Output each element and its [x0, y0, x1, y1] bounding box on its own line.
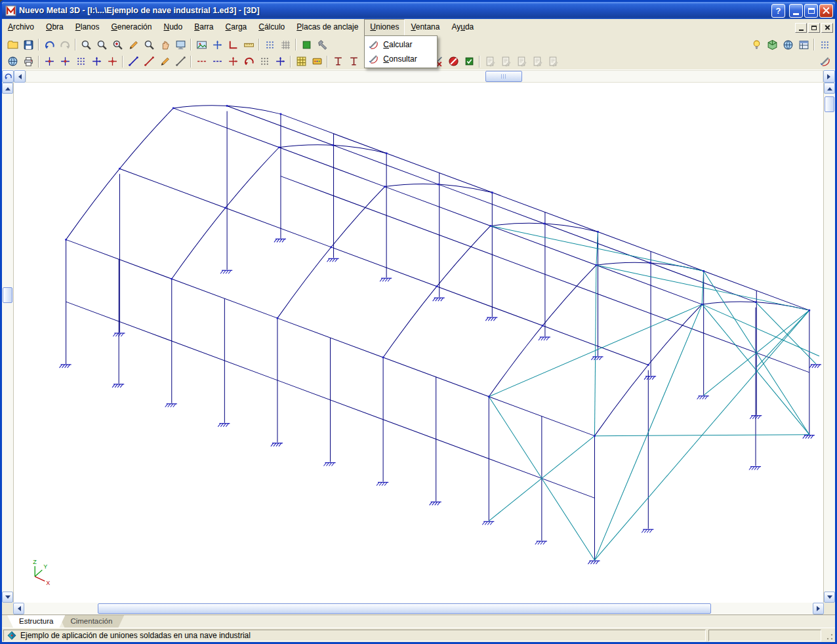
menu-uniones[interactable]: UnionesCalcularConsultar — [364, 19, 405, 36]
rotate-right-button[interactable] — [823, 70, 835, 83]
rotate-left-button[interactable] — [14, 70, 26, 83]
view-3d-button[interactable] — [764, 37, 780, 52]
menu-archivo[interactable]: Archivo — [2, 19, 40, 36]
tab-estructura[interactable]: Estructura — [7, 615, 65, 628]
measure-button[interactable] — [241, 37, 256, 52]
union-generate-button[interactable] — [817, 54, 832, 69]
bar-arc-button[interactable] — [241, 54, 256, 69]
rotate-up-left-button[interactable] — [2, 83, 13, 94]
buckling-button[interactable] — [330, 54, 346, 69]
title-bar: Nuevo Metal 3D - [I:\...\Ejemplo de nave… — [2, 2, 835, 19]
minimize-button[interactable] — [789, 4, 803, 18]
mdi-restore-button[interactable] — [808, 23, 820, 33]
print-button[interactable] — [20, 54, 36, 69]
save-button[interactable] — [20, 37, 36, 52]
tools-button[interactable] — [314, 37, 330, 52]
pan-button[interactable] — [157, 37, 173, 52]
zoom-extents-icon — [96, 39, 108, 50]
menu-generacion[interactable]: Generación — [105, 19, 157, 36]
pallet-button[interactable] — [309, 54, 325, 69]
measure-icon — [243, 39, 255, 50]
rotate-up-right-button[interactable] — [824, 83, 835, 94]
window-panel-button[interactable] — [796, 37, 811, 52]
bar-new-button[interactable] — [125, 54, 141, 69]
zoom-search-button[interactable] — [78, 37, 94, 52]
zoom-window-button[interactable] — [110, 37, 125, 52]
layer-visibility-button[interactable] — [298, 37, 314, 52]
mdi-minimize-button[interactable] — [795, 23, 807, 33]
light-render-button[interactable] — [748, 37, 764, 52]
menu-ventana[interactable]: Ventana — [405, 19, 445, 36]
rotation-track-bottom[interactable] — [24, 603, 813, 614]
menu-ayuda[interactable]: Ayuda — [445, 19, 480, 36]
results-button[interactable] — [461, 54, 477, 69]
close-button[interactable] — [819, 4, 833, 18]
menuitem-label: Calcular — [383, 40, 412, 49]
grid-button[interactable] — [277, 37, 293, 52]
rotate-down-left-button[interactable] — [2, 592, 13, 603]
shading-button[interactable] — [780, 37, 796, 52]
zoom-previous-button[interactable] — [141, 37, 157, 52]
undo-button[interactable] — [41, 37, 57, 52]
menu-nudo[interactable]: Nudo — [157, 19, 188, 36]
node-mesh-button[interactable] — [73, 54, 89, 69]
node-move-button[interactable] — [57, 54, 73, 69]
resize-grip[interactable] — [825, 633, 834, 641]
scroll-left-button[interactable] — [13, 603, 24, 614]
rotation-thumb-horizontal[interactable] — [485, 71, 522, 82]
rotation-track-right[interactable] — [824, 94, 835, 592]
image-export-button[interactable] — [194, 37, 209, 52]
menuitem-calcular[interactable]: Calcular — [366, 37, 436, 52]
rotation-track-left[interactable] — [2, 94, 13, 592]
ortho-mode-button[interactable] — [225, 37, 241, 52]
menu-calculo[interactable]: Cálculo — [253, 19, 291, 36]
maximize-button[interactable] — [804, 4, 818, 18]
help-button[interactable]: ? — [771, 4, 785, 18]
rotation-thumb-bottom[interactable] — [98, 603, 711, 614]
mdi-close-button[interactable] — [821, 23, 833, 33]
rotation-strip-left — [2, 83, 13, 603]
bar-dashed-button[interactable] — [256, 54, 272, 69]
bar-join-button[interactable] — [194, 54, 209, 69]
rotation-thumb-left[interactable] — [3, 287, 12, 303]
menuitem-consultar[interactable]: Consultar — [366, 52, 436, 66]
zoom-extents-button[interactable] — [94, 37, 110, 52]
mdi-window-controls — [794, 23, 833, 33]
buckling-group-button[interactable] — [346, 54, 361, 69]
union-generate-icon — [819, 56, 830, 67]
model-canvas[interactable]: ZYX — [13, 83, 824, 603]
rotation-thumb-right[interactable] — [825, 96, 834, 112]
abort-button[interactable] — [445, 54, 461, 69]
rotate-view-button[interactable] — [2, 70, 14, 83]
bar-material-button[interactable] — [173, 54, 188, 69]
bar-axes-button[interactable] — [225, 54, 241, 69]
scroll-right-button[interactable] — [813, 603, 824, 614]
node-new-button[interactable] — [41, 54, 57, 69]
open-button[interactable] — [5, 37, 20, 52]
move-label-button[interactable] — [209, 37, 225, 52]
dock-config-button[interactable] — [817, 37, 832, 52]
light-render-icon — [751, 39, 762, 50]
menu-barra[interactable]: Barra — [188, 19, 219, 36]
bar-cross-button[interactable] — [272, 54, 288, 69]
menu-carga[interactable]: Carga — [220, 19, 253, 36]
redraw-button[interactable] — [125, 37, 141, 52]
bar-describe-button[interactable] — [157, 54, 173, 69]
bar-delete-button[interactable] — [141, 54, 157, 69]
structure-wireframe[interactable]: ZYX — [14, 83, 823, 603]
menu-placas-de-anclaje[interactable]: Placas de anclaje — [291, 19, 364, 36]
menu-obra[interactable]: Obra — [40, 19, 70, 36]
rotation-track-horizontal[interactable] — [26, 70, 823, 83]
generation-grid-icon — [296, 56, 307, 67]
generation-grid-button[interactable] — [293, 54, 309, 69]
screen-capture-button[interactable] — [173, 37, 188, 52]
node-bind-button[interactable] — [89, 54, 104, 69]
move-label-icon — [212, 39, 223, 50]
menu-planos[interactable]: Planos — [70, 19, 106, 36]
tab-cimentacion[interactable]: Cimentación — [58, 615, 124, 628]
snap-points-button[interactable] — [262, 37, 277, 52]
node-delete-button[interactable] — [104, 54, 120, 69]
rotate-down-right-button[interactable] — [824, 592, 835, 603]
project-data-button[interactable] — [5, 54, 20, 69]
bar-split-button[interactable] — [209, 54, 225, 69]
